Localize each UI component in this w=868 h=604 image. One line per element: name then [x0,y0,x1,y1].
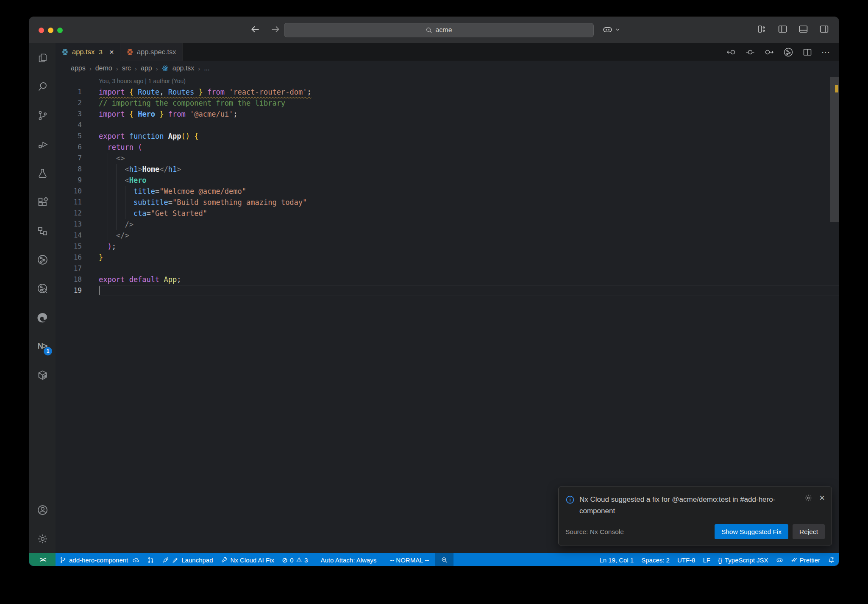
breadcrumb-more[interactable]: ... [204,64,209,72]
code-line[interactable]: 13 /> [56,219,839,230]
code-line[interactable]: 18export default App; [56,274,839,285]
reject-button[interactable]: Reject [793,524,825,539]
problems-item[interactable]: ⊘ 0 ⚠ 3 [278,553,312,566]
close-window-button[interactable] [39,28,44,33]
breadcrumb-item[interactable]: demo [95,64,112,72]
code-line-content[interactable]: } [99,252,839,263]
toggle-sidebar-left-icon[interactable] [777,24,788,34]
testing-icon[interactable] [29,159,56,187]
line-number[interactable]: 18 [56,274,82,285]
split-editor-icon[interactable] [802,47,812,57]
line-number[interactable]: 15 [56,241,82,252]
code-line[interactable]: 8 <h1>Home</h1> [56,164,839,175]
indentation-item[interactable]: Spaces: 2 [637,553,673,566]
nx-console-icon[interactable]: N> 1 [29,332,56,361]
auto-attach-item[interactable]: Auto Attach: Always [317,553,380,566]
line-number[interactable]: 8 [56,164,82,175]
account-icon[interactable] [29,495,56,524]
line-number[interactable]: 16 [56,252,82,263]
code-line-content[interactable]: import { Route, Routes } from 'react-rou… [99,87,839,98]
go-forward-icon[interactable] [270,24,281,35]
code-line-content[interactable]: export default App; [99,274,839,285]
language-mode-item[interactable]: {} TypeScript JSX [714,553,772,566]
extensions-icon[interactable] [29,187,56,216]
code-line-content[interactable]: </> [99,230,839,241]
code-line-content[interactable]: ); [99,241,839,252]
package-icon[interactable] [29,361,56,389]
explorer-icon[interactable] [29,43,56,72]
nx-cloud-fix-item[interactable]: Nx Cloud AI Fix [217,553,278,566]
notification-close-icon[interactable]: × [819,494,825,502]
code-line-content[interactable]: export function App() { [99,131,839,142]
line-number[interactable]: 17 [56,263,82,274]
code-line-content[interactable]: // importing the component from the libr… [99,98,839,109]
code-line[interactable]: 19 [56,285,839,296]
nx-run-target-icon[interactable] [783,47,793,57]
breadcrumb-item[interactable]: src [122,64,131,72]
git-branch-item[interactable]: add-hero-component [56,553,143,566]
code-line-content[interactable]: cta="Get Started" [99,208,839,219]
line-number[interactable]: 11 [56,197,82,208]
scrollbar[interactable] [830,77,839,222]
sitemap-icon[interactable] [29,216,56,245]
code-line[interactable]: 1import { Route, Routes } from 'react-ro… [56,87,839,98]
minimize-window-button[interactable] [48,28,53,33]
line-number[interactable]: 9 [56,175,82,186]
eol-item[interactable]: LF [699,553,714,566]
code-line[interactable]: 10 title="Welcmoe @acme/demo" [56,186,839,197]
more-actions-icon[interactable]: ⋯ [821,47,830,57]
code-line-content[interactable]: <Hero [99,175,839,186]
code-line[interactable]: 6 return ( [56,142,839,153]
code-line[interactable]: 14 </> [56,230,839,241]
line-number[interactable]: 14 [56,230,82,241]
code-line[interactable]: 4 [56,120,839,131]
encoding-item[interactable]: UTF-8 [673,553,699,566]
line-number[interactable]: 12 [56,208,82,219]
code-line[interactable]: 7 <> [56,153,839,164]
nx-graph-search-icon[interactable] [29,274,56,303]
nx-graph-icon[interactable] [29,245,56,274]
go-back-icon[interactable] [250,24,261,35]
line-number[interactable]: 1 [56,87,82,98]
search-icon[interactable] [29,72,56,101]
run-debug-icon[interactable] [29,130,56,159]
code-line-content[interactable]: <h1>Home</h1> [99,164,839,175]
code-line[interactable]: 17 [56,263,839,274]
copilot-status-item[interactable] [772,553,787,566]
code-line-content[interactable]: subtitle="Build something amazing today" [99,197,839,208]
formatter-item[interactable]: ✓✓ Prettier [787,553,824,566]
settings-gear-icon[interactable] [29,524,56,553]
code-line-content[interactable]: import { Hero } from '@acme/ui'; [99,109,839,120]
prev-change-icon[interactable] [726,47,736,57]
toggle-sidebar-right-icon[interactable] [819,24,829,34]
command-center-search[interactable]: acme [284,23,594,37]
code-line[interactable]: 16} [56,252,839,263]
zoom-indicator-item[interactable] [435,553,453,566]
code-line-content[interactable]: /> [99,219,839,230]
line-number[interactable]: 19 [56,285,82,296]
source-control-icon[interactable] [29,101,56,130]
code-line[interactable]: 12 cta="Get Started" [56,208,839,219]
notifications-bell-item[interactable] [824,553,839,566]
next-change-icon[interactable] [764,47,774,57]
blame-codelens[interactable]: You, 3 hours ago | 1 author (You) [56,76,839,87]
line-number[interactable]: 10 [56,186,82,197]
code-line[interactable]: 2// importing the component from the lib… [56,98,839,109]
line-number[interactable]: 5 [56,131,82,142]
customize-layout-icon[interactable] [757,24,767,34]
tab-app-tsx[interactable]: app.tsx 3 × [56,43,120,61]
tab-app-spec-tsx[interactable]: app.spec.tsx [120,43,183,61]
breadcrumb-item[interactable]: apps [71,64,86,72]
code-line-content[interactable]: title="Welcmoe @acme/demo" [99,186,839,197]
compare-changes-item[interactable] [143,553,158,566]
notification-settings-gear-icon[interactable] [804,494,812,502]
line-number[interactable]: 3 [56,109,82,120]
copilot-menu[interactable] [602,24,620,35]
breadcrumb-item[interactable]: app [141,64,152,72]
code-editor[interactable]: You, 3 hours ago | 1 author (You) 1impor… [56,76,839,553]
vim-mode-item[interactable]: -- NORMAL -- [386,553,433,566]
code-line[interactable]: 9 <Hero [56,175,839,186]
code-line[interactable]: 11 subtitle="Build something amazing tod… [56,197,839,208]
zoom-window-button[interactable] [57,28,63,33]
code-line[interactable]: 3import { Hero } from '@acme/ui'; [56,109,839,120]
